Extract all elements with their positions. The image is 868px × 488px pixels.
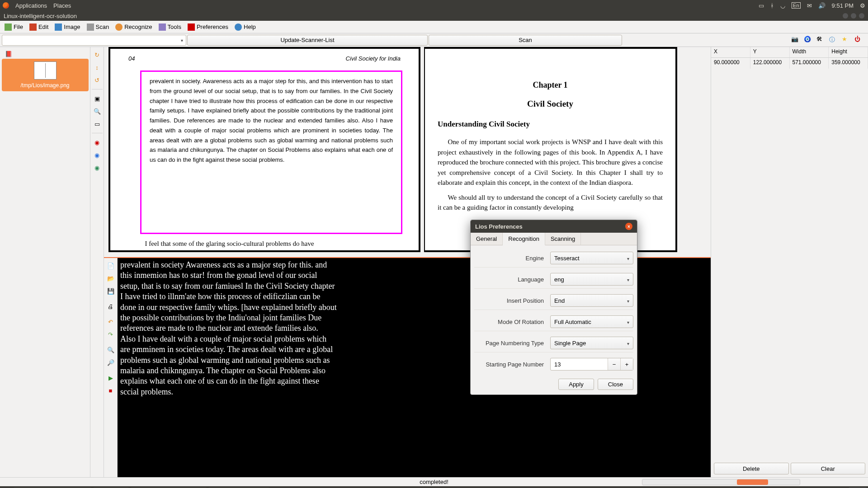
region-red-icon[interactable]: ◉ — [92, 137, 102, 147]
find-icon[interactable]: 🔍 — [106, 345, 116, 355]
play-icon[interactable]: ▶ — [106, 373, 116, 383]
bluetooth-icon[interactable]: ᚼ — [770, 2, 774, 9]
rotate-right-icon[interactable]: ↻ — [92, 50, 102, 60]
mail-icon[interactable]: ✉ — [807, 2, 812, 9]
rotate-left-icon[interactable]: ↺ — [92, 75, 102, 85]
thumbnail-item[interactable]: /tmp/Lios/image.png — [2, 59, 89, 91]
page-numbering-value: Single Page — [554, 340, 586, 347]
applications-menu[interactable]: Applications — [15, 2, 47, 9]
menu-recognize[interactable]: Recognize — [113, 23, 155, 32]
power-icon[interactable]: ⏻ — [854, 36, 863, 45]
apply-button[interactable]: Apply — [558, 379, 594, 390]
spinner-increment-button[interactable]: + — [620, 358, 633, 370]
places-menu[interactable]: Places — [53, 2, 71, 9]
update-scanner-list-button[interactable]: Update-Scanner-List — [187, 35, 428, 46]
keyboard-lang-indicator[interactable]: En — [792, 2, 800, 9]
star-icon[interactable]: ★ — [842, 36, 851, 45]
chapter-title: Civil Society — [438, 99, 663, 109]
open-folder-icon[interactable]: 📂 — [106, 273, 116, 283]
engine-value: Tesseract — [554, 255, 580, 262]
tab-scanning[interactable]: Scanning — [545, 233, 581, 245]
chevron-down-icon — [627, 319, 629, 325]
volume-icon[interactable]: 🔊 — [818, 2, 826, 9]
system-top-bar: Applications Places ▭ ᚼ ◡ En ✉ 🔊 9:51 PM… — [0, 0, 868, 11]
new-doc-icon[interactable]: 📄 — [106, 261, 116, 271]
window-maximize-button[interactable] — [851, 13, 856, 19]
menu-image[interactable]: Image — [52, 23, 83, 32]
insert-position-value: End — [554, 297, 565, 304]
undo-icon[interactable]: ↶ — [106, 317, 116, 327]
separator — [92, 89, 103, 89]
ocr-task-icon[interactable]: 🧿 — [804, 36, 813, 45]
rotation-mode-label: Mode Of Rotation — [474, 319, 547, 325]
menu-edit-label: Edit — [38, 23, 48, 30]
thumbnail-preview-icon — [34, 61, 57, 80]
insert-position-select[interactable]: End — [550, 294, 633, 307]
dialog-close-button[interactable]: × — [625, 223, 632, 230]
rotation-mode-select[interactable]: Full Automatic — [550, 315, 633, 328]
print-icon[interactable]: 🖨 — [106, 301, 116, 311]
col-x[interactable]: X — [711, 47, 750, 57]
tab-general[interactable]: General — [471, 233, 503, 245]
clock[interactable]: 9:51 PM — [832, 2, 854, 9]
col-w[interactable]: Width — [790, 47, 829, 57]
redo-icon[interactable]: ↷ — [106, 329, 116, 339]
find-replace-icon[interactable]: 🔎 — [106, 357, 116, 367]
delete-region-button[interactable]: Delete — [714, 463, 789, 474]
page-numbering-select[interactable]: Single Page — [550, 337, 633, 349]
window-close-button[interactable] — [859, 13, 864, 19]
starting-page-value[interactable]: 13 — [551, 361, 608, 368]
clear-regions-button[interactable]: Clear — [791, 463, 866, 474]
col-h[interactable]: Height — [829, 47, 868, 57]
settings-tools-icon[interactable]: 🛠 — [816, 36, 826, 45]
zoom-fit-icon[interactable]: ▣ — [92, 94, 102, 103]
starting-page-spinner[interactable]: 13 − + — [550, 358, 633, 371]
menu-help[interactable]: Help — [232, 23, 259, 32]
save-icon[interactable]: 💾 — [106, 286, 116, 296]
dialog-body: Engine Tesseract Language eng Insert Pos… — [471, 245, 637, 376]
language-select[interactable]: eng — [550, 273, 633, 286]
col-y[interactable]: Y — [750, 47, 790, 57]
regions-row[interactable]: 90.000000 122.000000 571.000000 359.0000… — [711, 58, 868, 69]
info-icon[interactable]: ⓘ — [829, 36, 838, 45]
menu-file[interactable]: File — [2, 23, 26, 32]
chevron-down-icon — [627, 255, 629, 262]
zoom-in-icon[interactable]: 🔍 — [92, 106, 102, 116]
camera-icon[interactable]: 📷 — [791, 36, 800, 45]
region-green-icon[interactable]: ◉ — [92, 163, 102, 173]
tab-recognition[interactable]: Recognition — [503, 233, 545, 245]
scan-button-label: Scan — [519, 37, 532, 43]
update-scanner-list-label: Update-Scanner-List — [280, 37, 334, 43]
engine-select[interactable]: Tesseract — [550, 252, 633, 264]
image-tools-strip: ↻ ↕ ↺ ▣ 🔍 ▭ ◉ ◉ ◉ — [90, 47, 104, 477]
menu-preferences[interactable]: Preferences — [185, 23, 231, 32]
chapter-body: One of my important social work projects… — [438, 137, 663, 188]
menu-tools[interactable]: Tools — [156, 23, 184, 32]
menu-scan[interactable]: Scan — [84, 23, 112, 32]
dialog-titlebar[interactable]: Lios Preferences × — [471, 220, 637, 233]
scan-button[interactable]: Scan — [429, 35, 622, 46]
menu-edit[interactable]: Edit — [27, 23, 51, 32]
chevron-down-icon — [627, 297, 629, 304]
delete-region-label: Delete — [743, 465, 760, 472]
window-titlebar: Linux-intelligent-ocr-solution — [0, 11, 868, 21]
screen-icon[interactable]: ▭ — [759, 2, 764, 9]
separator — [92, 133, 103, 133]
flip-vertical-icon[interactable]: ↕ — [92, 62, 102, 72]
region-blue-icon[interactable]: ◉ — [92, 150, 102, 160]
menu-help-label: Help — [244, 23, 256, 30]
stop-icon[interactable]: ■ — [106, 385, 116, 395]
zoom-out-icon[interactable]: ▭ — [92, 119, 102, 129]
spinner-decrement-button[interactable]: − — [608, 358, 620, 370]
preview-page-left: 04 Civil Society for India prevalent in … — [108, 47, 420, 252]
menu-preferences-label: Preferences — [197, 23, 228, 30]
ocr-selection-box[interactable]: prevalent in society. Awareness acts as … — [140, 70, 402, 234]
window-minimize-button[interactable] — [843, 13, 848, 19]
wifi-icon[interactable]: ◡ — [780, 2, 785, 9]
chevron-down-icon — [181, 37, 183, 43]
thumb-pdf-icon[interactable]: 📕 — [4, 49, 14, 59]
gear-icon[interactable]: ⚙ — [860, 2, 865, 9]
ubuntu-logo-icon[interactable] — [3, 2, 9, 9]
scanner-select[interactable] — [2, 35, 186, 46]
close-button[interactable]: Close — [598, 379, 633, 390]
